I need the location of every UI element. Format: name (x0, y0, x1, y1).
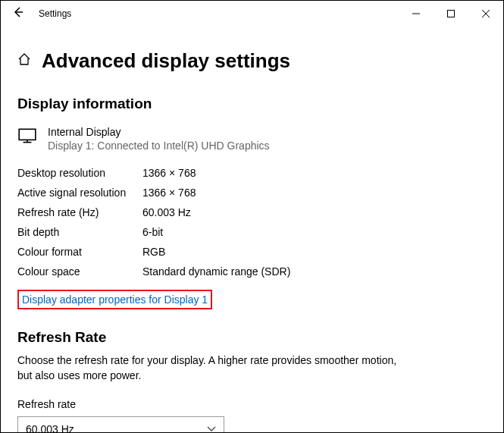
display-subtitle: Display 1: Connected to Intel(R) UHD Gra… (48, 140, 270, 152)
page-title: Advanced display settings (42, 49, 290, 73)
value-colour-space: Standard dynamic range (SDR) (142, 265, 487, 278)
display-info-heading: Display information (17, 96, 487, 112)
value-desktop-resolution: 1366 × 768 (142, 167, 487, 179)
refresh-rate-selected-value: 60.003 Hz (26, 423, 74, 433)
refresh-rate-label: Refresh rate (17, 398, 487, 410)
window-controls (399, 1, 503, 27)
minimize-button[interactable] (399, 1, 434, 27)
label-refresh-rate: Refresh rate (Hz) (17, 206, 142, 218)
maximize-button[interactable] (434, 1, 468, 27)
adapter-link-highlight: Display adapter properties for Display 1 (17, 290, 212, 309)
display-summary: Internal Display Display 1: Connected to… (17, 126, 487, 152)
window-title: Settings (36, 8, 399, 19)
display-info-grid: Desktop resolution 1366 × 768 Active sig… (17, 167, 487, 278)
back-button[interactable] (1, 6, 36, 21)
refresh-rate-select[interactable]: 60.003 Hz (17, 416, 224, 433)
label-active-signal: Active signal resolution (17, 187, 142, 199)
title-bar: Settings (1, 1, 503, 27)
content-area: Advanced display settings Display inform… (1, 27, 503, 433)
refresh-rate-description: Choose the refresh rate for your display… (17, 353, 412, 383)
svg-rect-5 (19, 129, 36, 140)
display-name: Internal Display (48, 126, 270, 138)
label-colour-format: Colour format (17, 246, 142, 258)
refresh-rate-heading: Refresh Rate (17, 329, 487, 346)
page-heading-row: Advanced display settings (17, 49, 487, 73)
value-bit-depth: 6-bit (142, 226, 487, 238)
label-colour-space: Colour space (17, 265, 142, 278)
close-button[interactable] (468, 1, 503, 27)
value-refresh-rate: 60.003 Hz (142, 206, 487, 218)
label-desktop-resolution: Desktop resolution (17, 167, 142, 179)
label-bit-depth: Bit depth (17, 226, 142, 238)
value-active-signal: 1366 × 768 (142, 187, 487, 199)
display-adapter-link[interactable]: Display adapter properties for Display 1 (22, 293, 208, 306)
chevron-down-icon (207, 424, 216, 433)
svg-rect-2 (448, 11, 455, 17)
home-icon[interactable] (17, 52, 31, 70)
monitor-icon (17, 126, 37, 149)
value-colour-format: RGB (142, 246, 487, 258)
